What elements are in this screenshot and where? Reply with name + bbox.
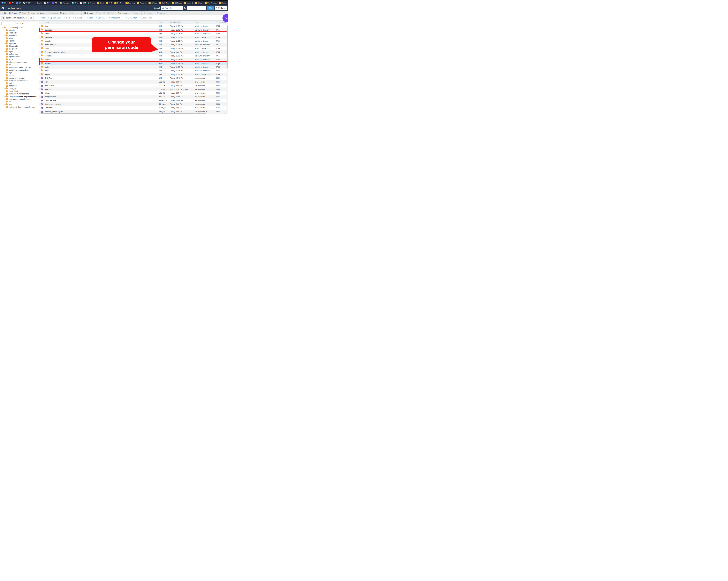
table-row--env-example[interactable]: .env.example1.17 KBToday, 9:00 PMtext/x-… [39,84,228,87]
table-row-storage[interactable]: storage4 KBToday, 11:11 PMhttpd/unix-dir… [39,61,228,65]
bookmark-item[interactable]: ◆Gemini [34,2,42,4]
tree-item--cphorde[interactable]: +.cphorde [0,42,39,45]
tree-item-alicom-meyacoder-com[interactable]: +alicom.meyacoder.com [0,61,39,63]
bookmark-item[interactable]: Ai Tools [149,2,157,4]
forward-button[interactable]: Forward [73,17,82,19]
scroll-up-arrow-icon[interactable] [227,25,228,25]
tree-item-public-ftp[interactable]: +public_ftp [0,87,39,90]
reload-button[interactable]: Reload [85,17,93,19]
expand-expander-icon[interactable]: + [4,80,6,82]
tree-item-etc[interactable]: +etc [0,63,39,66]
tree-item-maditam-meyacoder[interactable]: +maditam.meyacoder [0,77,39,79]
tree-item--cl-selector[interactable]: .cl.selector [0,32,39,34]
upload-button[interactable]: Upload [37,12,45,14]
expand-expander-icon[interactable]: + [4,69,6,71]
tree-item--cpanel[interactable]: +.cpanel [0,39,39,42]
expand-expander-icon[interactable]: + [4,104,6,106]
up-one-level-button[interactable]: Up One Level [48,17,61,19]
bookmark-item[interactable]: bBing [72,2,78,4]
table-row-config[interactable]: config4 KBToday, 11:08 PMhttpd/unix-dire… [39,32,228,35]
expand-expander-icon[interactable]: + [4,96,6,98]
path-home-icon[interactable] [1,16,5,20]
bookmark-item[interactable]: TT-B [44,2,50,4]
table-row--ds-store[interactable]: .DS_Store8 KBToday, 10:19 PMtext/x-gener… [39,76,228,80]
horizontal-scrollbar[interactable] [39,113,227,114]
expand-expander-icon[interactable]: + [4,101,6,103]
bookmark-item[interactable]: fFB [1,2,6,4]
tree-item--nc-plugin[interactable]: .nc_plugin [0,48,39,50]
tree-item-laundryboss-meyacoder-com[interactable]: +laundryboss.meyacoder.com [0,66,39,69]
path-go-button[interactable]: Go [28,16,33,20]
expand-expander-icon[interactable]: + [4,51,6,53]
tree-item--cagefs[interactable]: +.cagefs [0,29,39,32]
tree-item--npm[interactable]: +.npm [0,50,39,53]
column-header-type[interactable]: Type [195,21,199,23]
tree-item--home-meyaddzh-[interactable]: −(/home/meyaddzh) [0,26,39,29]
bookmark-item[interactable]: wWR [52,2,57,4]
tree-item-ssl[interactable]: +ssl [0,100,39,103]
expand-expander-icon[interactable]: + [4,98,6,100]
collapse-all-button[interactable]: Collapse All [1,22,38,25]
bookmark-item[interactable]: ⊛C-GPT [23,2,31,4]
settings-button[interactable]: Settings [215,6,227,10]
expand-expander-icon[interactable]: + [4,35,6,37]
home-button[interactable]: Home [37,17,45,19]
expand-expander-icon[interactable]: + [4,93,6,95]
file-button[interactable]: File [2,12,7,14]
vertical-scrollbar[interactable] [227,24,228,113]
bookmark-item[interactable]: PHP [106,2,112,4]
expand-expander-icon[interactable]: + [4,82,6,84]
table-row-composer-json[interactable]: composer.json2.59 KBToday, 10:00 PMtext/… [39,95,228,99]
expand-expander-icon[interactable]: + [4,85,6,87]
tree-item-readypoos-meyacoder-com[interactable]: +readypoos.meyacoder.com [0,98,39,100]
bookmark-item[interactable]: Our-Product [205,2,216,4]
tree-item-mail[interactable]: +mail [0,82,39,84]
table-row-tests[interactable]: tests4 KBToday, 11:11 PMhttpd/unix-direc… [39,69,228,73]
expand-expander-icon[interactable]: + [4,61,6,63]
collapse-expander-icon[interactable]: − [2,27,3,29]
tree-item--composer[interactable]: +.composer [0,34,39,37]
bookmark-item[interactable]: Movie-D [184,2,193,4]
bookmark-item[interactable]: Sheet [195,2,202,4]
tree-item-nodevenv[interactable]: +nodevenv [0,84,39,87]
move-button[interactable]: Move [28,12,35,14]
path-input[interactable] [5,16,28,20]
bookmark-item[interactable]: BGImage [172,2,182,4]
column-header-permissions[interactable]: Permissions [216,21,226,23]
bookmark-item[interactable]: GGT [16,2,21,4]
expand-expander-icon[interactable]: + [4,29,6,31]
view-trash-button[interactable]: View Trash [125,17,137,19]
tree-item--spamassassin[interactable]: .spamassassin [0,55,39,58]
tree-item-laundrymart-meyacoder-com[interactable]: +laundrymart.meyacoder.com [0,69,39,71]
table-row-resources[interactable]: resources4 KBToday, 11:08 PMhttpd/unix-d… [39,54,228,58]
rename-button[interactable]: Rename [84,12,93,14]
table-row-composer-lock[interactable]: composer.lock383.98 KBToday, 10:04 PMtex… [39,99,228,102]
column-header-size[interactable]: Size [159,21,162,23]
bookmark-item[interactable]: Soft-Down [159,2,170,4]
compress-button[interactable]: Compress [154,12,165,14]
expand-expander-icon[interactable]: + [4,43,6,45]
expand-expander-icon[interactable]: + [4,37,6,39]
tree-item-lscache[interactable]: lscache [0,74,39,77]
tree-item-public-html[interactable]: public_html [0,90,39,93]
tree-item-razinskills-meyacoder-com[interactable]: +razinskills.meyacoder.com [0,93,39,95]
unselect-all-button[interactable]: Unselect All [108,17,120,19]
expand-expander-icon[interactable]: + [4,77,6,79]
tree-item-logs[interactable]: logs [0,71,39,74]
bookmark-item[interactable]: MGM [80,2,86,4]
bookmark-item[interactable]: Personal [137,2,146,4]
table-row-stubs[interactable]: stubs4 KBToday, 11:08 PMhttpd/unix-direc… [39,65,228,69]
tree-item--htpasswds[interactable]: .htpasswds [0,45,39,48]
tree-item--softaculous[interactable]: +.softaculous [0,53,39,55]
scroll-left-arrow-icon[interactable] [40,113,40,114]
vertical-scroll-thumb[interactable] [227,26,228,68]
expand-expander-icon[interactable]: + [4,106,6,108]
permissions-button[interactable]: Permissions [118,12,130,14]
expand-expander-icon[interactable]: + [4,53,6,55]
scroll-right-arrow-icon[interactable] [226,113,226,114]
column-header-last-modified[interactable]: Last Modified [171,21,181,23]
tree-item-web-laundryboss-meyacoder-com[interactable]: +web.laundryboss.meyacoder.com [0,106,39,108]
bookmark-item[interactable]: DevOps [114,2,123,4]
table-row-routes[interactable]: routes4 KBToday, 11:11 PMhttpd/unix-dire… [39,58,228,61]
search-input[interactable] [187,6,206,10]
